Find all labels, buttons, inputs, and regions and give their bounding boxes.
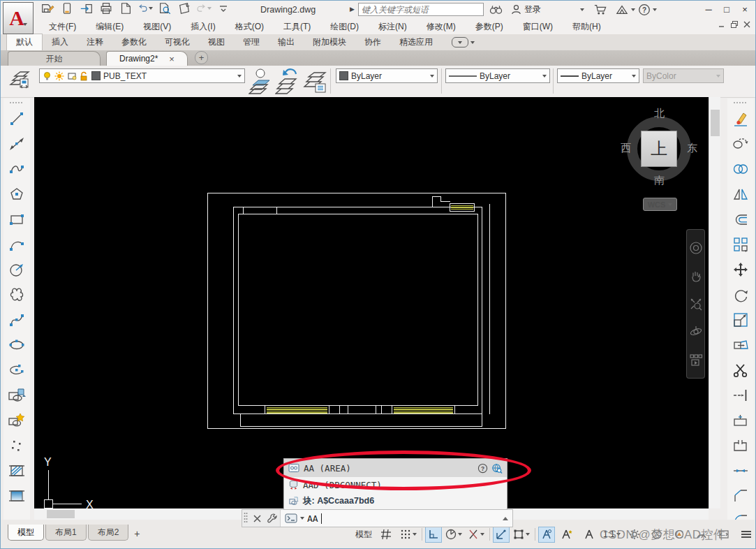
zoom-icon[interactable] [689, 297, 703, 311]
command-input-field[interactable]: AA [280, 510, 512, 527]
toolbar-grip[interactable] [9, 98, 24, 106]
menu-modify[interactable]: 修改(M) [417, 19, 466, 34]
internet-search-icon[interactable] [491, 463, 503, 474]
break-at-point-button[interactable] [729, 408, 753, 433]
ribbon-tab-output[interactable]: 输出 [269, 34, 304, 50]
arc-button[interactable] [5, 232, 29, 257]
doc-close-icon[interactable] [743, 20, 751, 29]
doc-minimize-icon[interactable] [718, 20, 726, 29]
mirror-button[interactable] [729, 182, 753, 207]
menu-window[interactable]: 窗口(W) [513, 19, 563, 34]
help-button[interactable]: ? [638, 3, 657, 16]
suggestion-block[interactable]: 块: A$Ccaaa7bd6 [284, 493, 507, 509]
new-drawing-button[interactable] [118, 1, 133, 16]
customization-button[interactable] [736, 527, 756, 543]
snap-toggle-button[interactable] [398, 527, 419, 543]
menu-file[interactable]: 文件(F) [39, 19, 86, 34]
revision-cloud-button[interactable] [5, 282, 29, 307]
search-button[interactable] [489, 3, 503, 15]
layout-tab-layout1[interactable]: 布局1 [45, 525, 87, 541]
menu-insert[interactable]: 插入(I) [181, 19, 225, 34]
isolate-objects-button[interactable] [669, 527, 690, 543]
navigation-wheel-icon[interactable] [689, 241, 703, 255]
workspace-switching-button[interactable] [624, 527, 645, 543]
menu-help[interactable]: 帮助(H) [563, 19, 611, 34]
move-button[interactable] [729, 257, 753, 282]
share-button[interactable] [615, 3, 635, 16]
color-dropdown[interactable]: ByLayer [336, 68, 438, 83]
circle-button[interactable] [5, 257, 29, 282]
point-button[interactable] [5, 433, 29, 458]
layer-properties-button[interactable] [303, 67, 328, 95]
graphics-performance-button[interactable] [691, 527, 712, 543]
command-bar-grip[interactable] [242, 510, 249, 527]
ribbon-tab-annotate[interactable]: 注释 [77, 34, 112, 50]
linetype-dropdown[interactable]: ByLayer [445, 68, 550, 83]
object-snap-button[interactable] [511, 527, 532, 543]
xline-button[interactable] [5, 131, 29, 156]
viewcube-east-label[interactable]: 东 [687, 142, 697, 155]
isodraft-dropdown-icon[interactable] [480, 533, 484, 536]
showmotion-icon[interactable] [689, 353, 703, 367]
scale-value-button[interactable]: 1:1 [601, 527, 623, 543]
chamfer-button[interactable] [729, 483, 753, 508]
create-block-button[interactable] [5, 408, 29, 433]
scale-button[interactable] [729, 307, 753, 332]
polyline-button[interactable] [5, 156, 29, 182]
trim-button[interactable] [729, 358, 753, 383]
fillet-offset-button[interactable] [729, 207, 753, 232]
file-tab-drawing2[interactable]: Drawing2* × [106, 51, 188, 66]
layer-dropdown[interactable]: PUB_TEXT [39, 68, 245, 83]
make-current-layer-button[interactable] [249, 67, 272, 95]
menu-tools[interactable]: 工具(T) [274, 19, 320, 34]
isodraft-button[interactable] [466, 527, 487, 543]
viewcube-west-label[interactable]: 西 [621, 142, 631, 155]
snap-dropdown-icon[interactable] [413, 533, 417, 536]
scale-dropdown-icon[interactable] [616, 533, 621, 536]
grid-toggle-button[interactable] [376, 527, 396, 543]
extend-button[interactable] [729, 383, 753, 408]
clean-screen-button[interactable] [713, 527, 734, 543]
break-button[interactable] [729, 433, 753, 458]
maximize-button[interactable]: □ [718, 1, 736, 17]
object-snap-tracking-button[interactable] [493, 527, 510, 543]
suggestion-area[interactable]: AA (AREA) ? [284, 459, 507, 477]
qat-customize-button[interactable] [216, 1, 231, 16]
osnap-dropdown-icon[interactable] [526, 533, 530, 536]
layer-previous-button[interactable] [275, 67, 300, 95]
spline-button[interactable] [5, 307, 29, 332]
command-help-icon[interactable]: ? [477, 463, 488, 474]
signin-dropdown-icon[interactable] [580, 8, 584, 11]
file-tab-close-icon[interactable]: × [169, 54, 175, 64]
vertical-scroll-thumb[interactable] [711, 110, 720, 136]
model-space-button[interactable]: 模型 [353, 527, 374, 543]
suggestion-dbconnect[interactable]: AAD (DBCONNECT) [284, 477, 507, 493]
annotation-scale-button[interactable] [579, 527, 600, 543]
polar-tracking-button[interactable] [443, 527, 464, 543]
ribbon-tab-home[interactable]: 默认 [6, 34, 43, 50]
command-bar-close-button[interactable] [249, 511, 265, 526]
viewcube-south-label[interactable]: 南 [654, 174, 665, 187]
horizontal-scroll-thumb[interactable] [47, 510, 75, 518]
rotate-button[interactable] [729, 282, 753, 307]
rectangle-button[interactable] [5, 207, 29, 232]
batch-plot-button[interactable] [157, 1, 172, 16]
title-expand-icon[interactable]: ▶ [350, 6, 355, 13]
new-layout-button[interactable]: + [130, 527, 144, 541]
layout-tab-model[interactable]: 模型 [8, 525, 44, 541]
layout-tab-layout2[interactable]: 布局2 [88, 525, 129, 541]
polar-dropdown-icon[interactable] [458, 533, 462, 536]
application-menu-button[interactable]: A [3, 2, 34, 34]
pan-icon[interactable] [689, 269, 703, 283]
menu-format[interactable]: 格式(O) [225, 19, 274, 34]
wcs-button[interactable]: WCS [643, 198, 677, 211]
ortho-toggle-button[interactable] [425, 527, 442, 543]
ribbon-collapse-button[interactable] [452, 37, 475, 47]
toolbar-grip[interactable] [733, 98, 748, 106]
layers-panel-button[interactable] [9, 68, 34, 94]
command-dropdown-icon[interactable] [300, 517, 304, 520]
ribbon-tab-addins[interactable]: 附加模块 [304, 34, 355, 50]
array-button[interactable] [729, 232, 753, 257]
sign-in-button[interactable]: 登录 [510, 3, 541, 15]
ribbon-tab-featured-apps[interactable]: 精选应用 [390, 34, 442, 50]
